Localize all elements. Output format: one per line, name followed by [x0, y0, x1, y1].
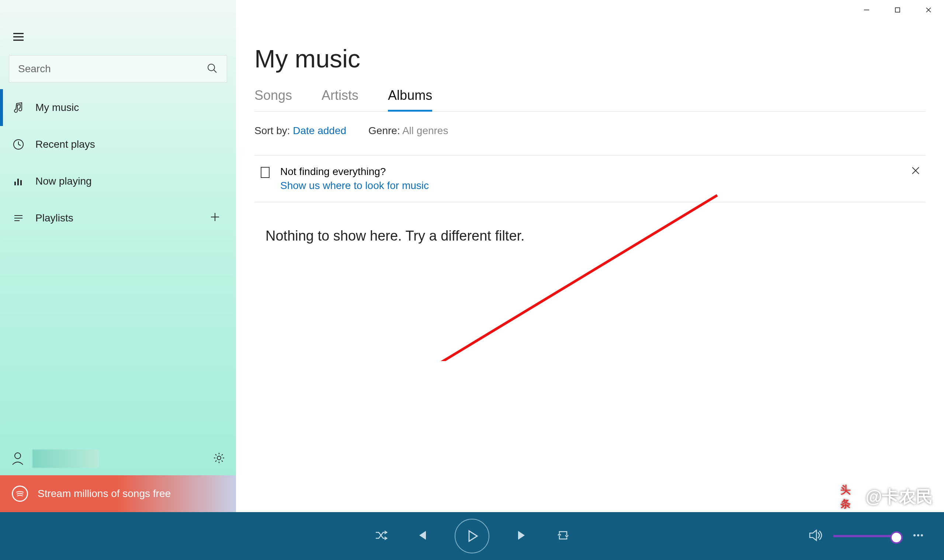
hamburger-button[interactable]: [4, 22, 33, 52]
volume-slider[interactable]: [833, 535, 900, 537]
genre-value: All genres: [402, 125, 449, 136]
watermark: 头条 @卡农民: [841, 486, 933, 508]
play-button[interactable]: [455, 519, 489, 553]
settings-button[interactable]: [212, 451, 226, 466]
toutiao-logo-icon: 头条: [841, 487, 860, 507]
dismiss-button[interactable]: [911, 166, 921, 178]
sidebar-item-label: Now playing: [35, 175, 92, 187]
genre-label: Genre:: [369, 125, 400, 136]
watermark-handle: @卡农民: [865, 486, 933, 508]
previous-button[interactable]: [414, 528, 429, 544]
sort-value: Date added: [293, 125, 346, 136]
sidebar-item-now-playing[interactable]: Now playing: [0, 163, 236, 200]
close-button[interactable]: [913, 0, 944, 20]
svg-point-27: [917, 534, 919, 537]
svg-line-11: [19, 145, 21, 146]
account-name[interactable]: [32, 449, 99, 468]
svg-point-26: [913, 534, 916, 537]
genre-filter[interactable]: Genre: All genres: [369, 125, 448, 137]
player-bar: [0, 512, 944, 560]
svg-rect-1: [895, 8, 900, 12]
volume-icon[interactable]: [808, 528, 822, 544]
window-controls: [851, 0, 944, 20]
sidebar-item-label: My music: [35, 102, 79, 114]
add-playlist-button[interactable]: [209, 211, 221, 226]
sidebar-item-playlists[interactable]: Playlists: [0, 200, 236, 237]
folder-icon: [260, 166, 271, 181]
sidebar-item-label: Recent plays: [35, 138, 95, 150]
spotify-banner-label: Stream millions of songs free: [38, 488, 171, 500]
svg-point-20: [15, 453, 21, 459]
svg-point-28: [921, 534, 923, 537]
info-banner: Not finding everything? Show us where to…: [255, 155, 925, 202]
next-button[interactable]: [515, 528, 530, 544]
page-title: My music: [255, 44, 925, 73]
account-row: [0, 442, 236, 475]
clock-icon: [12, 138, 25, 151]
playlist-icon: [12, 212, 25, 225]
svg-point-7: [208, 64, 214, 71]
maximize-button[interactable]: [882, 0, 913, 20]
tab-albums[interactable]: Albums: [388, 88, 432, 112]
sidebar: My music Recent plays Now playing Playli…: [0, 0, 236, 512]
search-icon[interactable]: [206, 62, 218, 75]
search-box[interactable]: [9, 55, 227, 83]
filters-row: Sort by: Date added Genre: All genres: [255, 125, 925, 137]
svg-rect-12: [14, 182, 16, 185]
music-note-icon: [12, 101, 25, 114]
spotify-banner[interactable]: Stream millions of songs free: [0, 475, 236, 512]
sort-label: Sort by:: [255, 125, 290, 136]
player-controls: [373, 519, 571, 553]
info-line1: Not finding everything?: [280, 166, 429, 178]
repeat-button[interactable]: [556, 528, 571, 544]
svg-rect-22: [261, 167, 269, 178]
equalizer-icon: [12, 175, 25, 188]
player-right: [808, 528, 925, 544]
info-link[interactable]: Show us where to look for music: [280, 180, 429, 192]
spotify-icon: [12, 486, 28, 502]
empty-message: Nothing to show here. Try a different fi…: [265, 228, 925, 244]
sidebar-item-label: Playlists: [35, 212, 73, 224]
tab-songs[interactable]: Songs: [255, 88, 292, 111]
sidebar-item-recent-plays[interactable]: Recent plays: [0, 126, 236, 163]
shuffle-button[interactable]: [373, 528, 388, 544]
svg-line-8: [214, 70, 216, 72]
main-content: My music Songs Artists Albums Sort by: D…: [236, 22, 944, 512]
svg-rect-14: [20, 180, 22, 185]
svg-point-21: [217, 456, 221, 460]
tab-artists[interactable]: Artists: [322, 88, 358, 111]
person-icon[interactable]: [10, 451, 25, 467]
search-input[interactable]: [18, 63, 206, 75]
svg-rect-13: [17, 179, 19, 185]
sort-filter[interactable]: Sort by: Date added: [255, 125, 346, 137]
svg-line-25: [247, 195, 717, 361]
sidebar-item-my-music[interactable]: My music: [0, 89, 236, 126]
tabs: Songs Artists Albums: [255, 88, 925, 112]
minimize-button[interactable]: [851, 0, 882, 20]
more-button[interactable]: [911, 528, 925, 544]
